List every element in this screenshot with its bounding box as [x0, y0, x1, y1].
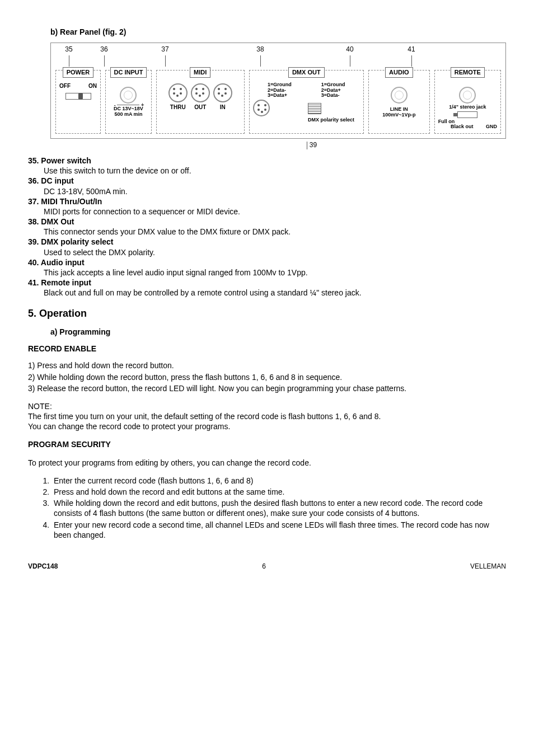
prog-step-1: Enter the current record code (flash but… — [51, 476, 506, 486]
midi-in-port-icon — [213, 83, 232, 102]
def-41-head: 41. Remote input — [28, 278, 506, 288]
power-switch-icon — [65, 93, 91, 100]
programming-heading: a) Programming — [50, 327, 506, 337]
rec-step-2: 2) While holding down the record button,… — [28, 372, 506, 382]
def-36-body: DC 13-18V, 500mA min. — [44, 186, 506, 196]
remote-jack-icon — [459, 87, 476, 104]
power-off-label: OFF — [59, 82, 71, 90]
callout-41: 41 — [383, 45, 439, 54]
midi-out-port-icon — [191, 83, 210, 102]
callout-row: 35 36 37 38 40 41 — [55, 45, 501, 54]
rear-panel-diagram: 35 36 37 38 40 41 POWER OFF ON DC INPUT … — [50, 43, 506, 139]
power-panel: POWER OFF ON — [55, 70, 101, 134]
program-security-intro: To protect your programs from editing by… — [28, 458, 506, 468]
dmx-pinout-b: 1=Ground 2=Data+ 3=Data- — [321, 82, 345, 99]
footer-brand: VELLEMAN — [470, 562, 506, 571]
footer-page-number: 6 — [262, 562, 266, 571]
prog-step-4: Enter your new record code a second time… — [51, 520, 506, 540]
dmx-title: DMX OUT — [288, 67, 325, 77]
def-41-body: Black out and full on may be controlled … — [44, 288, 506, 298]
def-35-head: 35. Power switch — [28, 156, 506, 166]
def-39-body: Used to select the DMX polarity. — [44, 247, 506, 257]
record-enable-heading: RECORD ENABLE — [28, 344, 506, 354]
page-footer: VDPC148 6 VELLEMAN — [28, 562, 506, 571]
power-on-label: ON — [88, 82, 97, 90]
callout-38: 38 — [204, 45, 316, 54]
dc-jack-icon — [120, 87, 137, 104]
dmx-pinout-a: 1=Ground 2=Data- 3=Data+ — [268, 82, 292, 99]
def-36-head: 36. DC input — [28, 176, 506, 186]
midi-title: MIDI — [190, 67, 210, 77]
midi-in-label: IN — [213, 104, 232, 111]
def-39-head: 39. DMX polarity select — [28, 237, 506, 247]
callout-37: 37 — [126, 45, 204, 54]
midi-thru-label: THRU — [168, 104, 188, 111]
prog-step-3: While holding down the record and edit b… — [51, 498, 506, 518]
rear-panel-heading: b) Rear Panel (fig. 2) — [50, 27, 506, 37]
dmx-out-panel: DMX OUT 1=Ground 2=Data- 3=Data+ 1=Groun… — [249, 70, 364, 134]
midi-panel: MIDI THRU OUT IN — [156, 70, 245, 134]
stereo-plug-icon — [457, 111, 477, 118]
audio-title: AUDIO — [385, 67, 413, 77]
note-line-2: You can change the record code to protec… — [28, 421, 506, 431]
remote-jack-label: 1/4" stereo jack — [438, 105, 497, 110]
prog-step-2: Press and hold down the record and edit … — [51, 487, 506, 497]
dmx-polarity-label: DMX polarity select — [253, 118, 354, 123]
audio-panel: AUDIO LINE IN 100mV~1Vp-p — [368, 70, 430, 134]
def-35-body: Use this switch to turn the device on or… — [44, 166, 506, 176]
def-40-body: This jack accepts a line level audio inp… — [44, 267, 506, 278]
def-37-body: MIDI ports for connection to a sequencer… — [44, 206, 506, 217]
rec-step-1: 1) Press and hold down the record button… — [28, 360, 506, 370]
midi-out-label: OUT — [191, 104, 210, 111]
dc-input-panel: DC INPUT - + DC 13V~18V 500 mA min — [105, 70, 152, 134]
remote-panel: REMOTE 1/4" stereo jack Full on Black ou… — [434, 70, 501, 134]
note-block: NOTE: The first time you turn on your un… — [28, 401, 506, 432]
dmx-polarity-switch-icon — [308, 103, 321, 114]
rec-step-3: 3) Release the record button, the record… — [28, 383, 506, 393]
callout-39: 39 — [28, 141, 506, 150]
def-37-head: 37. MIDI Thru/Out/In — [28, 196, 506, 206]
audio-spec: 100mV~1Vp-p — [372, 112, 426, 118]
midi-thru-port-icon — [168, 83, 188, 102]
power-panel-title: POWER — [63, 67, 94, 77]
callout-40: 40 — [316, 45, 383, 54]
operation-heading: 5. Operation — [28, 307, 506, 320]
remote-title: REMOTE — [451, 67, 485, 77]
remote-black-out: Black out — [451, 124, 474, 130]
footer-model: VDPC148 — [28, 562, 58, 571]
remote-gnd: GND — [486, 124, 497, 130]
def-40-head: 40. Audio input — [28, 257, 506, 267]
audio-jack-icon — [391, 87, 407, 104]
callout-36: 36 — [82, 45, 126, 54]
note-line-1: The first time you turn on your unit, th… — [28, 411, 506, 421]
def-38-body: This connector sends your DMX value to t… — [44, 227, 506, 237]
dc-input-title: DC INPUT — [110, 67, 147, 77]
record-enable-steps: 1) Press and hold down the record button… — [28, 360, 506, 393]
program-security-steps: Enter the current record code (flash but… — [51, 476, 506, 540]
def-38-head: 38. DMX Out — [28, 217, 506, 227]
note-head: NOTE: — [28, 401, 506, 411]
definitions-list: 35. Power switch Use this switch to turn… — [28, 156, 506, 298]
callout-35: 35 — [55, 45, 82, 54]
dmx-connector-icon — [253, 100, 270, 116]
program-security-heading: PROGRAM SECURITY — [28, 439, 506, 449]
